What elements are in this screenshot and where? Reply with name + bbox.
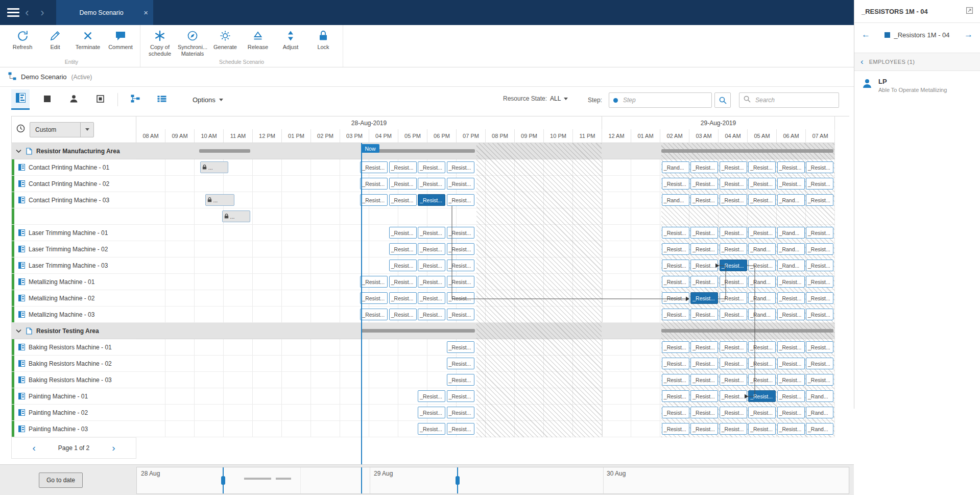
resource-row[interactable]: Metallizing Machine - 01: [12, 274, 136, 290]
edit-icon: [49, 29, 61, 43]
employee-skill: Able To Operate Metallizing: [878, 87, 947, 93]
mini-day-separator: [370, 467, 370, 493]
ribbon-button-adjust[interactable]: Adjust: [274, 25, 307, 58]
open-panel-icon[interactable]: [966, 7, 973, 16]
employee-item[interactable]: LP Able To Operate Metallizing: [854, 71, 980, 100]
hour-label: 02 AM: [660, 129, 689, 143]
interval-value: Custom: [30, 123, 80, 137]
resource-row[interactable]: Metallizing Machine - 03: [12, 307, 136, 323]
ribbon-button-edit[interactable]: Edit: [39, 25, 71, 58]
search-icon: [744, 96, 751, 105]
terminate-icon: [82, 29, 93, 43]
ribbon-button-copy-of-schedule[interactable]: Copy of schedule: [144, 25, 176, 58]
ribbon-button-lock[interactable]: Lock: [307, 25, 340, 58]
search-input[interactable]: [754, 96, 839, 104]
area-group-row[interactable]: Resistor Manufacturing Area: [12, 143, 136, 159]
resource-row[interactable]: Laser Trimming Machine - 01: [12, 225, 136, 241]
operator-view-button[interactable]: [64, 89, 83, 110]
hour-label: 12 AM: [602, 129, 631, 143]
date-header: 28-Aug-2019: [136, 116, 602, 130]
adjust-icon: [284, 29, 297, 43]
capacity-strip: [12, 192, 14, 208]
frame-view-button[interactable]: [91, 89, 109, 110]
back-button[interactable]: ‹: [19, 6, 35, 19]
chevron-down-icon[interactable]: [16, 329, 21, 333]
hour-label: 11 PM: [573, 129, 602, 143]
list-icon: [157, 95, 166, 104]
machine-icon: [18, 409, 25, 416]
machine-icon: [18, 295, 25, 301]
resource-row[interactable]: Contact Printing Machine - 01: [12, 159, 136, 176]
solid-square-icon: [44, 95, 51, 104]
chevron-down-icon[interactable]: [16, 149, 21, 153]
ribbon-button-comment[interactable]: Comment: [104, 25, 137, 58]
resource-row[interactable]: Metallizing Machine - 02: [12, 290, 136, 307]
machine-icon: [18, 376, 25, 383]
topbar: ‹ › Demo Scenario × SU: [0, 0, 980, 25]
prev-page-button[interactable]: ‹: [32, 442, 35, 454]
ribbon-button-terminate[interactable]: Terminate: [71, 25, 104, 58]
resource-state-filter[interactable]: Resource State: ALL: [503, 95, 568, 102]
scenario-status: (Active): [71, 74, 92, 81]
resource-row[interactable]: Contact Printing Machine - 02: [12, 176, 136, 192]
timeline-footer: Go to date 28 Aug29 Aug30 Aug: [0, 464, 854, 495]
step-search-button[interactable]: [714, 92, 731, 108]
step-input-wrap: [609, 92, 712, 108]
list-view-button[interactable]: [153, 89, 171, 110]
resource-navigator: ← _Resistors 1M - 04 →: [854, 23, 980, 46]
resource-row[interactable]: Contact Printing Machine - 03: [12, 192, 136, 208]
hour-label: 03 AM: [689, 129, 719, 143]
employees-back-icon[interactable]: ‹: [861, 57, 864, 67]
interval-dropdown[interactable]: Custom: [30, 122, 94, 137]
next-resource-button[interactable]: →: [964, 30, 973, 40]
resource-row[interactable]: Laser Trimming Machine - 02: [12, 241, 136, 257]
machine-icon: [18, 278, 25, 285]
close-tab-icon[interactable]: ×: [144, 8, 148, 17]
interval-dropdown-arrow[interactable]: [80, 123, 93, 137]
capacity-strip: [12, 241, 14, 257]
board-view-button[interactable]: [38, 89, 56, 110]
range-marker-handle[interactable]: [221, 476, 225, 485]
resource-row[interactable]: Baking Resistors Machine - 03: [12, 372, 136, 388]
go-to-date-button[interactable]: Go to date: [39, 473, 83, 488]
gantt-view-button[interactable]: [11, 89, 30, 110]
interval-cell: Custom: [11, 116, 136, 143]
resource-row[interactable]: Painting Machine - 01: [12, 388, 136, 405]
mini-day-label: 28 Aug: [141, 470, 160, 477]
ribbon-button-refresh[interactable]: Refresh: [6, 25, 39, 58]
search-input-wrap: [739, 92, 839, 108]
operator-icon: [69, 95, 78, 105]
hour-label: 10 AM: [195, 129, 224, 143]
resource-row[interactable]: Baking Resistors Machine - 02: [12, 356, 136, 372]
menu-icon[interactable]: [7, 8, 19, 17]
machine-icon: [18, 246, 25, 252]
next-page-button[interactable]: ›: [112, 442, 115, 454]
resource-row[interactable]: Painting Machine - 03: [12, 421, 136, 437]
gantt-view-icon: [16, 93, 26, 105]
hour-label: 03 PM: [340, 129, 369, 143]
resource-row[interactable]: [12, 208, 136, 225]
capacity-strip: [12, 159, 14, 175]
forward-button[interactable]: ›: [35, 6, 50, 19]
step-input[interactable]: [622, 96, 711, 104]
ribbon-button-synchroni-materials[interactable]: Synchroni... Materials: [176, 25, 209, 58]
scenario-tab[interactable]: Demo Scenario ×: [56, 0, 153, 25]
chart-area: ..._Resist..._Resist..._Resist..._Resist…: [136, 143, 849, 464]
capacity-strip: [12, 274, 14, 290]
machine-icon: [18, 164, 25, 171]
ribbon-button-release[interactable]: Release: [242, 25, 274, 58]
resource-row[interactable]: Baking Resistors Machine - 01: [12, 339, 136, 356]
hierarchy-view-button[interactable]: [126, 89, 145, 110]
resource-color-icon: [885, 32, 890, 38]
copy-schedule-icon: [154, 29, 166, 43]
options-menu[interactable]: Options: [193, 96, 223, 104]
resource-row[interactable]: Painting Machine - 02: [12, 405, 136, 421]
resource-row[interactable]: Laser Trimming Machine - 03: [12, 257, 136, 274]
mini-timeline[interactable]: 28 Aug29 Aug30 Aug: [136, 467, 849, 494]
ribbon-button-generate[interactable]: Generate: [209, 25, 242, 58]
prev-resource-button[interactable]: ←: [862, 30, 870, 40]
machine-icon: [18, 360, 25, 367]
area-group-row[interactable]: Resistor Testing Area: [12, 323, 136, 339]
machine-icon: [18, 344, 25, 350]
range-marker-handle[interactable]: [456, 476, 460, 485]
